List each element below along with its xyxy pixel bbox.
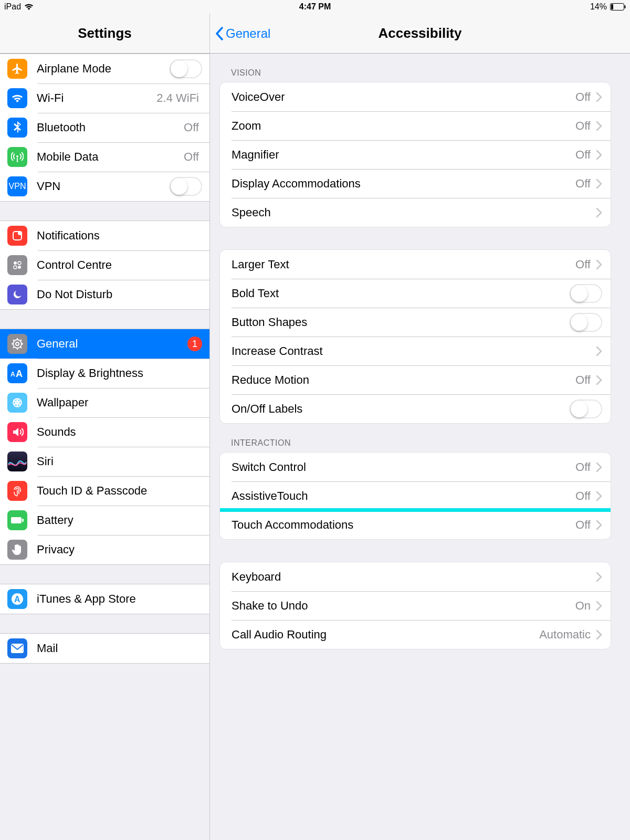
row-value: Off — [184, 121, 199, 134]
detail-row-larger-text[interactable]: Larger Text Off — [220, 250, 611, 279]
sidebar-title: Settings — [78, 25, 132, 41]
sidebar-item-vpn[interactable]: VPN VPN — [0, 172, 209, 201]
row-value: Off — [575, 148, 591, 162]
sidebar-item-wifi[interactable]: Wi-Fi 2.4 WiFi — [0, 83, 209, 113]
svg-point-23 — [16, 402, 18, 404]
moon-icon — [7, 285, 27, 304]
detail-row-increase-contrast[interactable]: Increase Contrast — [220, 337, 611, 365]
sidebar-item-label: General — [37, 337, 187, 351]
chevron-right-icon — [596, 121, 602, 131]
row-label: Larger Text — [232, 258, 575, 271]
sidebar-item-label: iTunes & App Store — [37, 592, 202, 606]
battery-status-icon — [610, 3, 626, 10]
sidebar-item-label: Notifications — [37, 229, 202, 243]
row-label: On/Off Labels — [232, 402, 570, 416]
row-label: Button Shapes — [232, 316, 570, 329]
row-label: Touch Accommodations — [232, 518, 575, 532]
sidebar-item-dnd[interactable]: Do Not Disturb — [0, 280, 209, 309]
detail-row-keyboard[interactable]: Keyboard — [220, 562, 611, 591]
wifi-status-icon — [24, 3, 34, 10]
sidebar-item-appstore[interactable]: A iTunes & App Store — [0, 584, 209, 614]
row-value: Off — [575, 489, 591, 503]
battery-icon — [7, 510, 27, 530]
sounds-icon — [7, 422, 27, 442]
svg-rect-28 — [11, 517, 22, 523]
row-value: Automatic — [539, 628, 591, 642]
sidebar-item-touchid[interactable]: Touch ID & Passcode — [0, 476, 209, 506]
chevron-right-icon — [596, 346, 602, 356]
detail-row-touch-accommodations[interactable]: Touch Accommodations Off — [220, 510, 611, 539]
detail-row-shake-to-undo[interactable]: Shake to Undo On — [220, 591, 611, 620]
chevron-right-icon — [596, 375, 602, 385]
sidebar-item-display[interactable]: AA Display & Brightness — [0, 359, 209, 388]
sidebar-item-label: VPN — [37, 180, 170, 193]
row-value: 2.4 WiFi — [156, 91, 199, 105]
row-label: Switch Control — [232, 460, 575, 474]
clock: 4:47 PM — [299, 2, 331, 12]
detail-row-speech[interactable]: Speech — [220, 198, 611, 227]
svg-point-11 — [16, 342, 19, 345]
detail-row-on-off-labels[interactable]: On/Off Labels — [220, 394, 611, 423]
sidebar-item-mail[interactable]: Mail — [0, 634, 209, 663]
chevron-right-icon — [596, 491, 602, 501]
row-label: Bold Text — [232, 287, 570, 300]
toggle-switch[interactable] — [170, 59, 202, 78]
status-bar: iPad 4:47 PM 14% — [0, 0, 630, 14]
gear-icon — [7, 334, 27, 354]
sidebar-item-bluetooth[interactable]: Bluetooth Off — [0, 113, 209, 142]
detail-row-assistivetouch[interactable]: AssistiveTouch Off — [220, 481, 611, 510]
toggle-switch[interactable] — [570, 313, 602, 332]
row-label: Magnifier — [232, 148, 575, 162]
row-label: Call Audio Routing — [232, 628, 539, 642]
sidebar-item-label: Wallpaper — [37, 396, 202, 410]
settings-sidebar: Settings Airplane Mode Wi-Fi 2.4 WiFi Bl… — [0, 14, 210, 840]
sidebar-item-battery[interactable]: Battery — [0, 506, 209, 535]
sidebar-item-label: Bluetooth — [37, 121, 184, 134]
sidebar-item-label: Privacy — [37, 543, 202, 556]
row-value: Off — [575, 90, 591, 104]
detail-row-bold-text[interactable]: Bold Text — [220, 279, 611, 308]
toggle-switch[interactable] — [570, 284, 602, 303]
appstore-icon: A — [7, 589, 27, 609]
sidebar-item-label: Touch ID & Passcode — [37, 484, 202, 498]
svg-rect-2 — [611, 4, 613, 9]
detail-row-call-audio-routing[interactable]: Call Audio Routing Automatic — [220, 620, 611, 649]
row-label: Increase Contrast — [232, 344, 596, 358]
notification-badge: 1 — [187, 337, 202, 351]
sidebar-item-label: Airplane Mode — [37, 62, 170, 76]
detail-row-zoom[interactable]: Zoom Off — [220, 111, 611, 140]
toggle-switch[interactable] — [170, 177, 202, 196]
back-button[interactable]: General — [215, 26, 270, 41]
sidebar-item-mobiledata[interactable]: Mobile Data Off — [0, 142, 209, 172]
chevron-right-icon — [596, 629, 602, 640]
svg-line-18 — [13, 347, 14, 348]
detail-row-magnifier[interactable]: Magnifier Off — [220, 140, 611, 169]
detail-navbar: General Accessibility — [210, 14, 630, 54]
svg-rect-9 — [14, 266, 17, 269]
sidebar-item-general[interactable]: General 1 — [0, 329, 209, 359]
detail-row-display-accommodations[interactable]: Display Accommodations Off — [220, 169, 611, 198]
sidebar-item-controlcentre[interactable]: Control Centre — [0, 250, 209, 280]
detail-row-button-shapes[interactable]: Button Shapes — [220, 308, 611, 337]
detail-row-voiceover[interactable]: VoiceOver Off — [220, 82, 611, 111]
sidebar-item-wallpaper[interactable]: Wallpaper — [0, 388, 209, 417]
sidebar-item-siri[interactable]: Siri — [0, 447, 209, 476]
sidebar-item-sounds[interactable]: Sounds — [0, 417, 209, 447]
row-value: On — [575, 599, 591, 613]
text-size-icon: AA — [7, 363, 27, 383]
chevron-right-icon — [596, 601, 602, 611]
detail-row-reduce-motion[interactable]: Reduce Motion Off — [220, 365, 611, 394]
vpn-icon: VPN — [7, 176, 27, 196]
sidebar-item-airplane[interactable]: Airplane Mode — [0, 54, 209, 83]
sidebar-item-notifications[interactable]: Notifications — [0, 221, 209, 250]
svg-point-10 — [13, 340, 22, 348]
antenna-icon — [7, 147, 27, 167]
sidebar-item-privacy[interactable]: Privacy — [0, 535, 209, 564]
svg-text:A: A — [16, 369, 23, 379]
chevron-right-icon — [596, 178, 602, 189]
row-label: Shake to Undo — [232, 599, 575, 613]
chevron-right-icon — [596, 92, 602, 102]
row-label: Reduce Motion — [232, 373, 575, 387]
toggle-switch[interactable] — [570, 400, 602, 418]
detail-row-switch-control[interactable]: Switch Control Off — [220, 453, 611, 481]
